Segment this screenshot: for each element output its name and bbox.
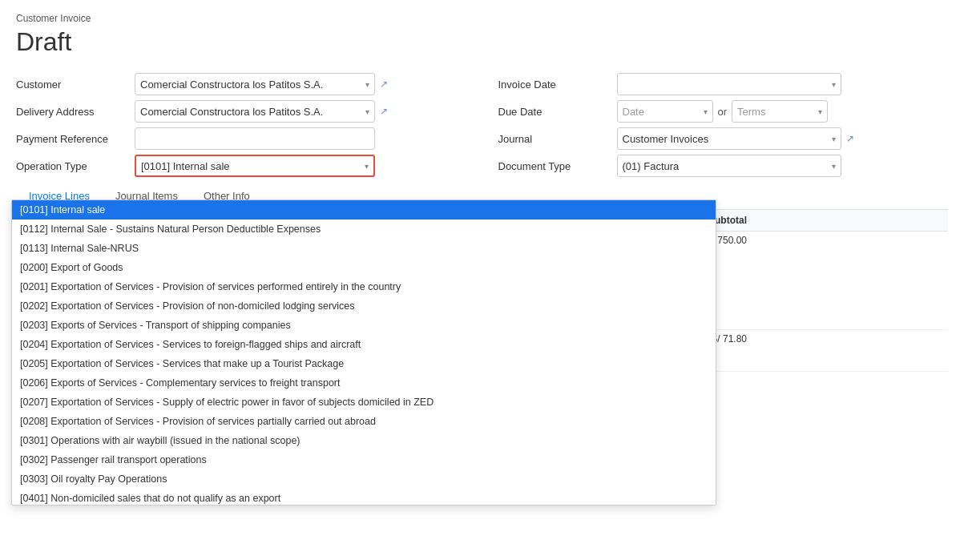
payment-ref-input[interactable]	[135, 127, 375, 150]
delivery-dropdown-arrow-icon: ▾	[365, 107, 369, 116]
journal-row: Journal Customer Invoices ▾ ↗	[498, 127, 949, 150]
dropdown-item[interactable]: [0113] Internal Sale-NRUS	[12, 239, 716, 258]
doc-type-row: Document Type (01) Factura ▾	[498, 155, 949, 177]
page-title: Draft	[16, 27, 948, 57]
dropdown-item[interactable]: [0206] Exports of Services - Complementa…	[12, 373, 716, 393]
dropdown-list: [0101] Internal sale[0112] Internal Sale…	[12, 200, 716, 505]
customer-dropdown[interactable]: Comercial Constructora los Patitos S.A. …	[135, 73, 375, 95]
journal-external-link-icon[interactable]: ↗	[846, 133, 854, 144]
due-date-arrow-icon: ▾	[704, 107, 708, 116]
dropdown-item[interactable]: [0207] Exportation of Services - Supply …	[12, 393, 716, 412]
customer-field-text: Comercial Constructora los Patitos S.A.	[140, 79, 362, 91]
due-date-row: Due Date Date ▾ or Terms ▾	[498, 100, 949, 123]
dropdown-item[interactable]: [0303] Oil royalty Pay Operations	[12, 469, 716, 489]
due-date-placeholder: Date	[623, 106, 704, 118]
doc-type-arrow-icon: ▾	[832, 162, 836, 171]
payment-ref-label: Payment Reference	[16, 133, 128, 145]
journal-value: Customer Invoices ▾ ↗	[617, 127, 949, 150]
invoice-date-row: Invoice Date ▾	[498, 73, 949, 95]
journal-field-text: Customer Invoices	[623, 133, 829, 145]
terms-dropdown[interactable]: Terms ▾	[732, 100, 828, 123]
terms-placeholder: Terms	[737, 106, 818, 118]
form-right: Invoice Date ▾ Due Date Date ▾ or	[498, 73, 949, 177]
dropdown-item[interactable]: [0208] Exportation of Services - Provisi…	[12, 412, 716, 431]
operation-type-dropdown-overlay: [0101] Internal sale[0112] Internal Sale…	[11, 199, 716, 506]
doc-type-value: (01) Factura ▾	[617, 155, 949, 177]
form-section: Customer Comercial Constructora los Pati…	[16, 73, 948, 177]
journal-label: Journal	[498, 133, 611, 145]
invoice-date-value: ▾	[617, 73, 949, 95]
due-date-dropdown[interactable]: Date ▾	[617, 100, 713, 123]
dropdown-item[interactable]: [0200] Export of Goods	[12, 258, 716, 277]
dropdown-item[interactable]: [0201] Exportation of Services - Provisi…	[12, 277, 716, 296]
customer-value: Comercial Constructora los Patitos S.A. …	[135, 73, 466, 95]
customer-label: Customer	[16, 79, 128, 91]
delivery-row: Delivery Address Comercial Constructora …	[16, 100, 466, 123]
payment-ref-value	[135, 127, 466, 150]
breadcrumb: Customer Invoice	[16, 13, 948, 24]
customer-dropdown-arrow-icon: ▾	[365, 80, 369, 89]
dropdown-item[interactable]: [0203] Exports of Services - Transport o…	[12, 316, 716, 335]
operation-type-arrow-icon: ▾	[365, 162, 369, 171]
page: Customer Invoice Draft Customer Comercia…	[0, 0, 964, 560]
operation-type-dropdown[interactable]: [0101] Internal sale ▾	[135, 155, 375, 177]
delivery-dropdown[interactable]: Comercial Constructora los Patitos S.A. …	[135, 100, 375, 123]
journal-dropdown[interactable]: Customer Invoices ▾	[617, 127, 841, 150]
delivery-label: Delivery Address	[16, 106, 128, 118]
terms-arrow-icon: ▾	[818, 107, 822, 116]
dropdown-item[interactable]: [0204] Exportation of Services - Service…	[12, 335, 716, 354]
operation-type-row: Operation Type [0101] Internal sale ▾	[16, 155, 466, 177]
customer-external-link-icon[interactable]: ↗	[380, 79, 388, 90]
due-date-value: Date ▾ or Terms ▾	[617, 100, 949, 123]
doc-type-dropdown[interactable]: (01) Factura ▾	[617, 155, 841, 177]
form-left: Customer Comercial Constructora los Pati…	[16, 73, 466, 177]
dropdown-item[interactable]: [0202] Exportation of Services - Provisi…	[12, 296, 716, 316]
dropdown-item[interactable]: [0205] Exportation of Services - Service…	[12, 354, 716, 373]
delivery-field-text: Comercial Constructora los Patitos S.A.	[140, 106, 362, 118]
operation-type-label: Operation Type	[16, 160, 128, 172]
dropdown-item[interactable]: [0302] Passenger rail transport operatio…	[12, 450, 716, 469]
doc-type-field-text: (01) Factura	[623, 160, 832, 172]
journal-arrow-icon: ▾	[832, 135, 836, 143]
due-date-label: Due Date	[498, 106, 611, 118]
or-text: or	[718, 106, 728, 118]
invoice-date-dropdown[interactable]: ▾	[617, 73, 841, 95]
operation-type-field-text: [0101] Internal sale	[141, 160, 361, 172]
delivery-external-link-icon[interactable]: ↗	[380, 106, 388, 117]
invoice-date-arrow-icon: ▾	[832, 80, 836, 89]
doc-type-label: Document Type	[498, 160, 611, 172]
delivery-value: Comercial Constructora los Patitos S.A. …	[135, 100, 466, 123]
invoice-date-label: Invoice Date	[498, 79, 611, 91]
customer-row: Customer Comercial Constructora los Pati…	[16, 73, 466, 95]
dropdown-item[interactable]: [0101] Internal sale	[12, 200, 716, 220]
payment-ref-row: Payment Reference	[16, 127, 466, 150]
dropdown-item[interactable]: [0401] Non-domiciled sales that do not q…	[12, 489, 716, 505]
dropdown-item[interactable]: [0112] Internal Sale - Sustains Natural …	[12, 220, 716, 239]
operation-type-value: [0101] Internal sale ▾	[135, 155, 466, 177]
dropdown-item[interactable]: [0301] Operations with air waybill (issu…	[12, 431, 716, 450]
